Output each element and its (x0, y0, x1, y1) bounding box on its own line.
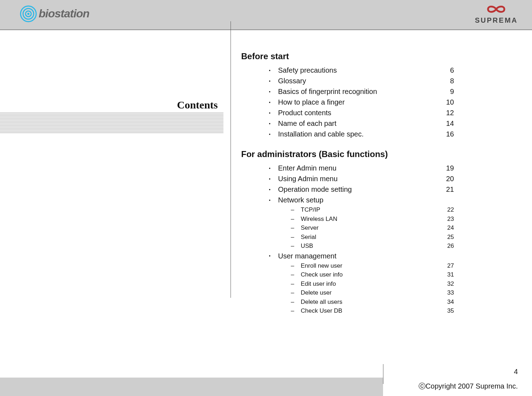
toc-subitem: USB26 (241, 241, 454, 251)
toc-subitem: Check user info31 (241, 270, 454, 279)
toc-subpage: 31 (441, 270, 454, 279)
main-content: Contents Before start Safety precautions… (0, 30, 532, 356)
bullet-icon (269, 174, 278, 185)
section-title: Before start (241, 51, 454, 61)
copyright-text: ⓒCopyright 2007 Suprema Inc. (419, 381, 518, 391)
toc-subpage: 32 (441, 279, 454, 289)
toc-label: Installation and cable spec. (278, 129, 441, 139)
toc-subitem: Edit user info32 (241, 279, 454, 289)
toc-page: 8 (441, 76, 454, 86)
toc-sublist: TCP/IP22 Wireless LAN23 Server24 Serial2… (241, 205, 454, 251)
toc-subpage: 35 (441, 306, 454, 316)
toc-subpage: 25 (441, 233, 454, 242)
bullet-icon (269, 129, 278, 140)
page-number: 4 (514, 368, 518, 376)
biostation-logo-text: biostation (39, 7, 89, 20)
contents-title: Contents (177, 99, 218, 111)
toc-list: Safety precautions6 Glossary8 Basics of … (241, 65, 454, 139)
toc-item: Enter Admin menu19 (241, 163, 454, 173)
bullet-icon (269, 97, 278, 108)
toc-item: Safety precautions6 (241, 65, 454, 76)
toc-sublabel: Server (301, 223, 441, 233)
footer-right: 4 ⓒCopyright 2007 Suprema Inc. (383, 368, 532, 396)
toc-column: Before start Safety precautions6 Glossar… (223, 51, 475, 356)
toc-item: Installation and cable spec.16 (241, 129, 454, 139)
toc-sublabel: TCP/IP (301, 205, 441, 214)
toc-list: Enter Admin menu19 Using Admin menu20 Op… (241, 163, 454, 316)
toc-section-admin: For administrators (Basic functions) Ent… (241, 149, 454, 316)
dash-icon (291, 223, 301, 233)
toc-subpage: 33 (441, 288, 454, 297)
toc-item: Glossary8 (241, 76, 454, 86)
dash-icon (291, 261, 301, 270)
footer-bar (0, 378, 383, 396)
dash-icon (291, 279, 301, 289)
toc-sublabel: Enroll new user (301, 261, 441, 270)
toc-item: Operation mode setting21 (241, 184, 454, 195)
toc-sublabel: Delete user (301, 288, 441, 297)
suprema-logo: SUPREMA (475, 3, 518, 24)
toc-subitem: Delete all users34 (241, 297, 454, 307)
dash-icon (291, 214, 301, 224)
toc-sublist: Enroll new user27 Check user info31 Edit… (241, 261, 454, 316)
dash-icon (291, 233, 301, 242)
toc-page: 10 (441, 97, 454, 107)
toc-sublabel: Check User DB (301, 306, 441, 316)
toc-sublabel: Edit user info (301, 279, 441, 289)
toc-subitem: Server24 (241, 223, 454, 233)
toc-item: Name of each part14 (241, 118, 454, 129)
toc-label: User management (278, 251, 441, 261)
toc-sublabel: Wireless LAN (301, 214, 441, 224)
page-footer: 4 ⓒCopyright 2007 Suprema Inc. (0, 378, 532, 396)
dash-icon (291, 205, 301, 214)
toc-label: Basics of fingerprint recognition (278, 86, 441, 97)
toc-subpage: 22 (441, 205, 454, 214)
footer-divider (383, 364, 383, 384)
toc-item: Using Admin menu20 (241, 173, 454, 184)
toc-label: How to place a finger (278, 97, 441, 107)
toc-subitem: Check User DB35 (241, 306, 454, 316)
toc-page: 14 (441, 118, 454, 129)
bullet-icon (269, 163, 278, 174)
toc-page: 6 (441, 65, 454, 76)
bullet-icon (269, 66, 278, 76)
bullet-icon (269, 119, 278, 129)
toc-sublabel: Delete all users (301, 297, 441, 307)
section-title: For administrators (Basic functions) (241, 149, 454, 159)
toc-label: Glossary (278, 76, 441, 86)
dash-icon (291, 241, 301, 251)
toc-subpage: 24 (441, 223, 454, 233)
toc-label: Name of each part (278, 118, 441, 129)
toc-page: 19 (441, 163, 454, 173)
toc-sublabel: Serial (301, 233, 441, 242)
toc-label: Enter Admin menu (278, 163, 441, 173)
bullet-icon (269, 76, 278, 87)
toc-label: Product contents (278, 107, 441, 118)
suprema-infinity-icon (484, 3, 509, 16)
toc-sublabel: USB (301, 241, 441, 251)
bullet-icon (269, 195, 278, 206)
page-header: biostation SUPREMA (0, 0, 532, 30)
toc-page: 16 (441, 129, 454, 139)
toc-subitem: Enroll new user27 (241, 261, 454, 270)
toc-subitem: Wireless LAN23 (241, 214, 454, 224)
toc-page: 21 (441, 184, 454, 195)
toc-subpage: 23 (441, 214, 454, 224)
toc-label: Operation mode setting (278, 184, 441, 195)
toc-page: 20 (441, 173, 454, 184)
toc-subpage: 34 (441, 297, 454, 307)
toc-subpage: 26 (441, 241, 454, 251)
bullet-icon (269, 108, 278, 119)
toc-label: Safety precautions (278, 65, 441, 76)
toc-section-before-start: Before start Safety precautions6 Glossar… (241, 51, 454, 139)
toc-page: 9 (441, 86, 454, 97)
toc-sublabel: Check user info (301, 270, 441, 279)
svg-point-3 (27, 13, 29, 15)
toc-label: Using Admin menu (278, 173, 441, 184)
toc-subitem: Serial25 (241, 233, 454, 242)
bullet-icon (269, 251, 278, 262)
toc-item: Basics of fingerprint recognition9 (241, 86, 454, 97)
bullet-icon (269, 185, 278, 195)
biostation-swirl-icon (20, 5, 37, 23)
decorative-stripes (0, 112, 223, 134)
